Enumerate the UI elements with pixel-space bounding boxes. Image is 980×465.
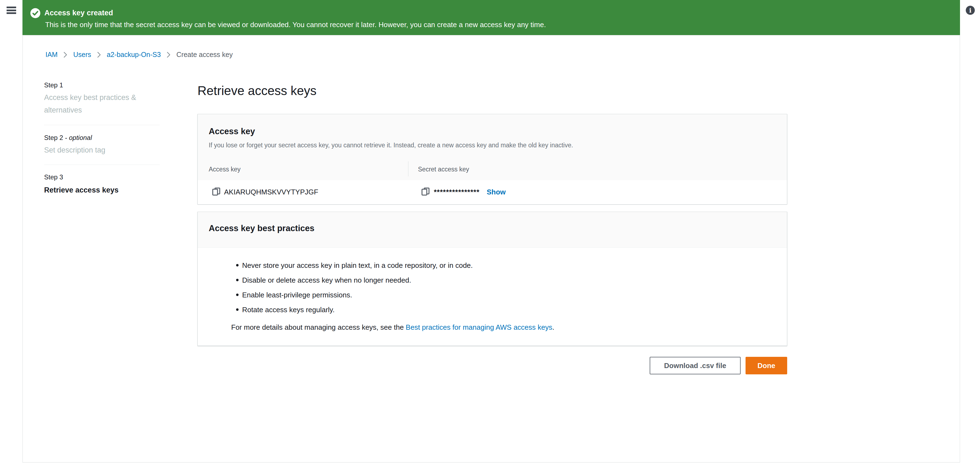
step2-number: Step 2 - optional bbox=[44, 134, 92, 142]
step2-link: Set description tag bbox=[44, 144, 105, 156]
access-key-card-description: If you lose or forget your secret access… bbox=[209, 142, 573, 149]
bullet-item: Enable least-privilege permissions. bbox=[242, 291, 352, 299]
step-divider bbox=[44, 125, 160, 125]
footer-text: For more details about managing access k… bbox=[231, 323, 406, 331]
bullet-dot bbox=[236, 279, 239, 281]
step1-link: Access key best practices & alternatives bbox=[44, 91, 154, 116]
bullet-item: Rotate access keys regularly. bbox=[242, 306, 335, 314]
hamburger-bar bbox=[6, 10, 16, 11]
bullet-dot bbox=[236, 308, 239, 311]
access-key-value: AKIARUQHMSKVVYTYPJGF bbox=[224, 188, 318, 196]
step3-number: Step 3 bbox=[44, 174, 63, 181]
aws-console-screen: Access key created This is the only time… bbox=[0, 0, 980, 465]
breadcrumb-link-users[interactable]: Users bbox=[73, 51, 91, 59]
footer-period: . bbox=[552, 323, 554, 331]
best-practices-card-header: Access key best practices bbox=[198, 212, 787, 248]
bullet-dot bbox=[236, 264, 239, 266]
best-practices-link[interactable]: Best practices for managing AWS access k… bbox=[406, 323, 552, 331]
copy-access-key-icon[interactable] bbox=[212, 187, 221, 196]
done-button[interactable]: Done bbox=[746, 357, 787, 374]
breadcrumb-link-user-name[interactable]: a2-backup-On-S3 bbox=[107, 51, 161, 59]
success-flash-banner: Access key created This is the only time… bbox=[22, 0, 960, 35]
hamburger-bar bbox=[6, 6, 16, 8]
chevron-right-icon bbox=[97, 52, 101, 58]
page-title: Retrieve access keys bbox=[197, 83, 317, 98]
flash-message: This is the only time that the secret ac… bbox=[45, 20, 546, 29]
bullet-item: Disable or delete access key when no lon… bbox=[242, 276, 411, 285]
wizard-actions: Download .csv file Done bbox=[23, 357, 787, 374]
access-key-card-header: Access key If you lose or forget your se… bbox=[198, 114, 787, 180]
best-practices-card: Access key best practices Never store yo… bbox=[197, 212, 787, 346]
access-key-card: Access key If you lose or forget your se… bbox=[197, 114, 787, 204]
flash-title: Access key created bbox=[45, 8, 113, 18]
step2-optional-label: - optional bbox=[65, 134, 92, 141]
breadcrumb-link-iam[interactable]: IAM bbox=[46, 51, 57, 59]
chevron-right-icon bbox=[64, 52, 67, 58]
breadcrumb: IAM Users a2-backup-On-S3 Create access … bbox=[46, 51, 233, 59]
menu-hamburger-icon[interactable] bbox=[6, 6, 16, 14]
download-csv-button[interactable]: Download .csv file bbox=[650, 357, 741, 374]
bullet-dot bbox=[236, 293, 239, 296]
content-panel: IAM Users a2-backup-On-S3 Create access … bbox=[22, 35, 960, 463]
breadcrumb-current: Create access key bbox=[177, 51, 233, 59]
copy-secret-key-icon[interactable] bbox=[421, 187, 430, 196]
step3-link-current: Retrieve access keys bbox=[44, 184, 119, 196]
column-header-secret-access-key: Secret access key bbox=[418, 166, 469, 173]
table-row: AKIARUQHMSKVVYTYPJGF *************** Sho… bbox=[198, 180, 787, 204]
column-header-access-key: Access key bbox=[209, 166, 240, 173]
bullet-item: Never store your access key in plain tex… bbox=[242, 261, 473, 270]
info-icon[interactable]: i bbox=[966, 6, 975, 15]
step1-number: Step 1 bbox=[44, 81, 63, 89]
best-practices-card-title: Access key best practices bbox=[209, 223, 315, 233]
access-key-card-title: Access key bbox=[209, 126, 255, 136]
success-check-icon bbox=[30, 8, 41, 18]
show-secret-link[interactable]: Show bbox=[487, 188, 506, 196]
chevron-right-icon bbox=[167, 52, 170, 58]
best-practices-footer: For more details about managing access k… bbox=[231, 323, 554, 332]
secret-access-key-masked: *************** bbox=[434, 188, 480, 196]
hamburger-bar bbox=[6, 12, 16, 14]
info-glyph: i bbox=[969, 6, 972, 14]
